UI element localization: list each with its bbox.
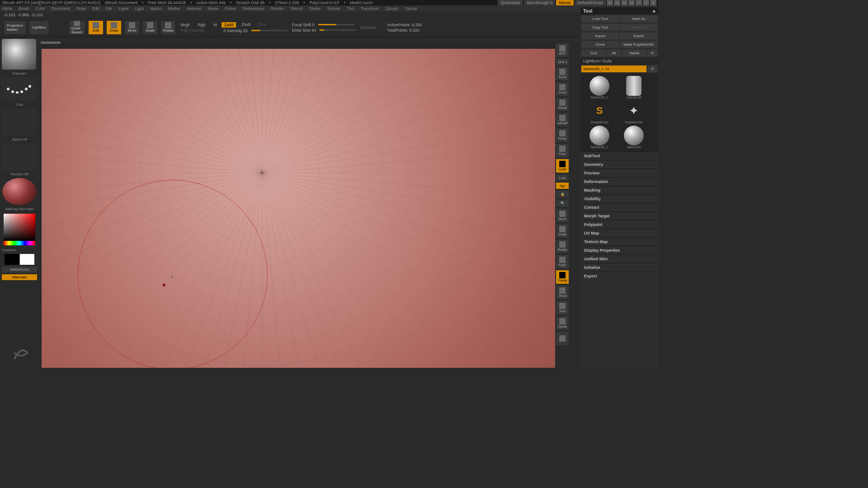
window-btn[interactable]: ▭	[607, 0, 613, 5]
lightbox-button[interactable]: LightBox	[29, 20, 49, 35]
focal-track[interactable]	[318, 24, 354, 25]
texture-selector[interactable]	[2, 143, 36, 170]
r-toggle[interactable]: R	[647, 66, 657, 72]
xyz-button[interactable]: Xyz	[556, 183, 569, 189]
import-button[interactable]: Import	[581, 33, 619, 39]
actual-button[interactable]: Actual	[556, 98, 569, 111]
default-script[interactable]: DefaultZScript	[575, 0, 606, 5]
transp-button[interactable]: Ghost	[556, 286, 569, 299]
menu-item[interactable]: Macro	[150, 6, 161, 11]
polyf-button[interactable]: Transp	[556, 270, 569, 284]
tool-item[interactable]: SSimpleBrush	[583, 101, 616, 124]
menu-item[interactable]: Picker	[225, 6, 236, 11]
aahalf-button[interactable]: AAHalf	[556, 113, 569, 127]
window-btn[interactable]: ▭	[628, 0, 635, 5]
current-tool[interactable]: Sphere3D_1. 31	[581, 66, 646, 72]
menu-item[interactable]: Alpha	[2, 6, 12, 11]
subsection-initialize[interactable]: Initialize	[580, 263, 658, 272]
tool-item[interactable]: Cylinder3D	[618, 76, 650, 99]
dynamic-toggle[interactable]: Dynamic	[359, 25, 378, 30]
subsection-visibility[interactable]: Visibility	[580, 194, 658, 203]
subsection-deformation[interactable]: Deformation	[580, 177, 658, 186]
lxyz-button[interactable]: Lxyz	[556, 174, 569, 181]
persp-button[interactable]: Persp	[556, 128, 569, 142]
local-button[interactable]: Local	[556, 159, 569, 173]
subsection-unified-skin[interactable]: Unified Skin	[580, 254, 658, 263]
viewport[interactable]: +	[42, 49, 569, 368]
window-btn[interactable]: ▭	[621, 0, 627, 5]
m-toggle[interactable]: M	[212, 23, 219, 27]
rotate-button[interactable]: Rotate	[160, 20, 176, 35]
visible-button[interactable]: Visible	[622, 50, 646, 56]
spix-slider[interactable]: SPix 3	[556, 59, 569, 65]
quicksketch-button[interactable]: Quick Sketch	[68, 20, 85, 35]
paste-tool-button[interactable]: Paste Tool	[620, 24, 657, 31]
rgb-intensity-slider[interactable]: Rgb Intensity	[179, 28, 219, 33]
xpose-button[interactable]	[556, 332, 569, 345]
search-button[interactable]: 🔍	[556, 200, 569, 207]
color-picker[interactable]	[4, 214, 35, 245]
all-button[interactable]: All	[607, 50, 621, 56]
z-intensity-track[interactable]	[251, 30, 288, 31]
draw-button[interactable]: Draw	[106, 20, 122, 35]
copy-tool-button[interactable]: Copy Tool	[581, 24, 619, 31]
menu-item[interactable]: Zscript	[405, 6, 417, 11]
close-panel-icon[interactable]: ▸	[653, 9, 656, 14]
menu-item[interactable]: Tool	[347, 6, 354, 11]
subsection-contact[interactable]: Contact	[580, 203, 658, 211]
frame-button[interactable]: Move	[556, 209, 569, 222]
solo-button[interactable]: Xpose	[556, 316, 569, 330]
close-btn[interactable]: ×	[650, 0, 656, 5]
z-intensity-slider[interactable]: Z Intensity 25	[222, 28, 250, 33]
menu-item[interactable]: Draw	[76, 6, 86, 11]
menu-item[interactable]: Brush	[19, 6, 29, 11]
subsection-subtool[interactable]: SubTool	[580, 151, 658, 160]
quicksave-button[interactable]: QuickSave	[498, 0, 523, 5]
material-selector[interactable]	[2, 178, 37, 205]
edit-button[interactable]: Edit	[88, 20, 104, 35]
tool-item[interactable]: Sphere3D_1	[583, 76, 616, 99]
menu-item[interactable]: Layer	[118, 6, 129, 11]
zcut-toggle[interactable]: Zcut	[256, 22, 268, 28]
menu-item[interactable]: Transform	[360, 6, 379, 11]
rgb-toggle[interactable]: Rgb	[196, 23, 208, 27]
load-tool-button[interactable]: Load Tool	[581, 15, 619, 22]
scale-view-button[interactable]: Rotate	[556, 239, 569, 253]
minimize-btn[interactable]: –	[636, 0, 642, 5]
menu-item[interactable]: Material	[187, 6, 201, 11]
menu-item[interactable]: Movie	[208, 6, 218, 11]
menu-item[interactable]: Light	[135, 6, 144, 11]
goz-button[interactable]: GoZ	[581, 50, 606, 56]
draw-size-slider[interactable]: Draw Size 64	[290, 28, 318, 33]
zoom-button[interactable]: Zoom	[556, 82, 569, 96]
menu-item[interactable]: Stroke	[309, 6, 321, 11]
lock-button[interactable]: 🔒	[556, 191, 569, 198]
menu-item[interactable]: Color	[36, 6, 46, 11]
subsection-masking[interactable]: Masking	[580, 186, 658, 194]
bpr-button[interactable]: BPR	[556, 43, 569, 57]
color-swatch-white[interactable]	[20, 254, 34, 265]
stroke-selector[interactable]	[2, 77, 36, 101]
mrgb-toggle[interactable]: Mrgb	[179, 23, 192, 27]
subsection-uv-map[interactable]: UV Map	[580, 229, 658, 237]
window-btn[interactable]: ▭	[614, 0, 620, 5]
scale-button[interactable]: Scale	[142, 20, 158, 35]
focal-shift-slider[interactable]: Focal Shift 0	[290, 23, 316, 27]
save-as-button[interactable]: Save As	[620, 15, 657, 22]
projection-master-button[interactable]: Projection Master	[4, 20, 26, 35]
alpha-selector[interactable]	[2, 108, 36, 136]
drawsize-track[interactable]	[320, 29, 356, 31]
menu-item[interactable]: Preferences	[242, 6, 264, 11]
export-button[interactable]: Export	[620, 33, 657, 39]
ghost-button[interactable]: Solo	[556, 301, 569, 314]
tool-item[interactable]: Sphere3D_1	[583, 126, 616, 149]
maximize-btn[interactable]: □	[643, 0, 649, 5]
subsection-geometry[interactable]: Geometry	[580, 160, 658, 169]
floor-button[interactable]: Floor	[556, 144, 569, 157]
make-polymesh-button[interactable]: Make PolyMesh3D	[620, 41, 657, 48]
clone-button[interactable]: Clone	[581, 41, 619, 48]
menu-item[interactable]: Stencil	[290, 6, 302, 11]
subsection-texture-map[interactable]: Texture Map	[580, 237, 658, 246]
subsection-export[interactable]: Export	[580, 272, 658, 280]
scroll-button[interactable]: Scroll	[556, 67, 569, 80]
